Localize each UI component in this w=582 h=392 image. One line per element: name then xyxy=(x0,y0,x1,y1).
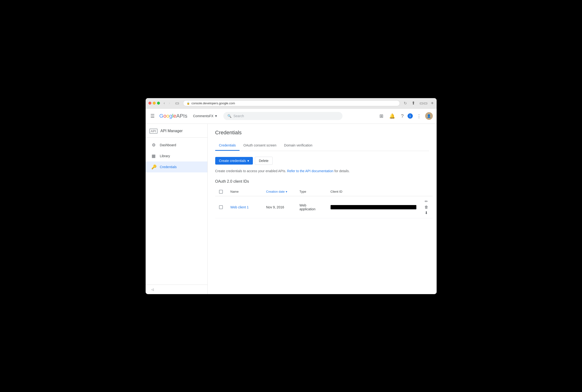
sidebar-item-label-library: Library xyxy=(160,154,170,158)
collapse-icon: ◁ xyxy=(151,288,154,291)
hamburger-menu-button[interactable]: ☰ xyxy=(149,112,156,120)
row-actions: ✏ 🗑 ⬇ xyxy=(424,199,429,215)
header-checkbox[interactable] xyxy=(219,190,223,194)
logo-apis-text: APIs xyxy=(176,113,187,119)
sidebar-item-label-credentials: Credentials xyxy=(160,165,177,169)
tab-oauth[interactable]: OAuth consent screen xyxy=(240,140,280,151)
top-nav: ☰ Google APIs CommentsFX ▼ 🔍 Search ⊞ 🔔 … xyxy=(146,108,437,124)
search-bar[interactable]: 🔍 Search xyxy=(223,112,342,120)
table-row: Web client 1 Nov 9, 2016 Web application xyxy=(215,196,433,218)
type-line1: Web xyxy=(300,204,306,207)
th-name: Name xyxy=(227,188,262,196)
info-after-link: for details. xyxy=(333,169,350,173)
google-apis-logo[interactable]: Google APIs xyxy=(159,113,187,119)
add-tab-button[interactable]: + xyxy=(431,100,434,106)
traffic-lights xyxy=(149,102,160,104)
project-dropdown-icon: ▼ xyxy=(215,114,218,118)
project-name: CommentsFX xyxy=(193,114,214,118)
fullscreen-button[interactable]: ▭▭ xyxy=(418,100,428,106)
delete-row-button[interactable]: 🗑 xyxy=(424,205,429,210)
nav-buttons: ‹ › xyxy=(162,100,172,106)
th-checkbox xyxy=(215,188,227,196)
search-placeholder: Search xyxy=(233,114,244,118)
row-checkbox[interactable] xyxy=(219,205,223,209)
th-actions xyxy=(420,188,433,196)
sidebar-divider xyxy=(146,138,207,138)
project-selector[interactable]: CommentsFX ▼ xyxy=(191,113,220,119)
sidebar-title: API Manager xyxy=(160,129,183,133)
back-button[interactable]: ‹ xyxy=(162,100,166,106)
sidebar-item-dashboard[interactable]: ⚙ Dashboard xyxy=(146,140,207,150)
creation-date-cell: Nov 9, 2016 xyxy=(262,196,296,218)
tabs: Credentials OAuth consent screen Domain … xyxy=(215,140,429,151)
apps-grid-button[interactable]: ⊞ xyxy=(377,111,385,121)
delete-button[interactable]: Delete xyxy=(255,157,272,165)
sidebar-header: API API Manager xyxy=(146,126,207,136)
sidebar-item-library[interactable]: ▦ Library xyxy=(146,150,207,162)
sidebar-toggle-button[interactable]: ▭ xyxy=(174,100,181,106)
avatar[interactable]: 👤 xyxy=(425,112,433,120)
create-credentials-button[interactable]: Create credentials ▾ xyxy=(215,157,253,164)
download-button[interactable]: ⬇ xyxy=(424,210,428,215)
edit-button[interactable]: ✏ xyxy=(424,199,428,204)
sidebar-collapse-button[interactable]: ◁ xyxy=(146,284,207,294)
more-vert-button[interactable]: ⋮ xyxy=(415,111,423,121)
info-text: Create credentials to access your enable… xyxy=(215,168,429,174)
page-title: Credentials xyxy=(215,130,429,136)
type-cell: Web application xyxy=(296,196,327,218)
oauth-section-title: OAuth 2.0 client IDs xyxy=(215,179,429,184)
lock-icon: 🔒 xyxy=(187,102,190,105)
create-credentials-label: Create credentials xyxy=(219,159,246,163)
sidebar-item-label-dashboard: Dashboard xyxy=(160,143,176,147)
sidebar-spacer xyxy=(146,172,207,284)
address-bar[interactable]: 🔒 console.developers.google.com xyxy=(183,100,400,106)
sort-creation-date[interactable]: Creation date ▾ xyxy=(266,190,292,194)
app-container: ☰ Google APIs CommentsFX ▼ 🔍 Search ⊞ 🔔 … xyxy=(146,108,437,294)
credentials-icon: 🔑 xyxy=(151,164,156,170)
th-type: Type xyxy=(296,188,327,196)
th-creation-date[interactable]: Creation date ▾ xyxy=(262,188,296,196)
url-text: console.developers.google.com xyxy=(191,102,235,105)
notification-badge[interactable]: 1 xyxy=(407,113,413,118)
creation-date-label: Creation date xyxy=(266,190,285,194)
sort-chevron-icon: ▾ xyxy=(286,190,287,194)
sidebar: API API Manager ⚙ Dashboard ▦ Library 🔑 … xyxy=(146,124,208,294)
row-checkbox-cell xyxy=(215,196,227,218)
toolbar: Create credentials ▾ Delete xyxy=(215,157,429,165)
help-button[interactable]: ? xyxy=(399,112,405,121)
library-icon: ▦ xyxy=(151,153,156,158)
client-name-cell: Web client 1 xyxy=(227,196,262,218)
create-credentials-dropdown-icon: ▾ xyxy=(247,159,249,163)
th-client-id: Client ID xyxy=(327,188,420,196)
close-button[interactable] xyxy=(149,102,151,104)
content-area: Credentials Credentials OAuth consent sc… xyxy=(208,124,437,294)
minimize-button[interactable] xyxy=(153,102,156,104)
info-before-link: Create credentials to access your enable… xyxy=(215,169,287,173)
tab-domain[interactable]: Domain verification xyxy=(280,140,316,151)
logo-google: Google xyxy=(159,113,176,119)
api-docs-link[interactable]: Refer to the API documentation xyxy=(287,169,333,173)
browser-window: ‹ › ▭ 🔒 console.developers.google.com ↻ … xyxy=(146,98,437,294)
main-layout: API API Manager ⚙ Dashboard ▦ Library 🔑 … xyxy=(146,124,437,294)
actions-cell: ✏ 🗑 ⬇ xyxy=(420,196,433,218)
sidebar-item-credentials[interactable]: 🔑 Credentials xyxy=(146,162,207,172)
tab-credentials[interactable]: Credentials xyxy=(215,140,240,151)
bell-button[interactable]: 🔔 xyxy=(387,111,397,121)
client-id-redacted xyxy=(331,205,416,209)
maximize-button[interactable] xyxy=(157,102,160,104)
share-button[interactable]: ⬆ xyxy=(411,100,416,106)
api-badge: API xyxy=(149,128,158,134)
credentials-table: Name Creation date ▾ Type Client ID xyxy=(215,188,433,218)
refresh-button[interactable]: ↻ xyxy=(402,100,408,106)
forward-button[interactable]: › xyxy=(167,100,171,106)
client-id-cell xyxy=(327,196,420,218)
delete-label: Delete xyxy=(259,159,268,163)
dashboard-icon: ⚙ xyxy=(151,142,156,148)
search-icon: 🔍 xyxy=(227,114,231,118)
browser-chrome: ‹ › ▭ 🔒 console.developers.google.com ↻ … xyxy=(146,98,437,108)
client-name-link[interactable]: Web client 1 xyxy=(230,205,249,209)
type-line2: application xyxy=(300,207,316,211)
top-nav-actions: ⊞ 🔔 ? 1 ⋮ 👤 xyxy=(377,111,433,121)
